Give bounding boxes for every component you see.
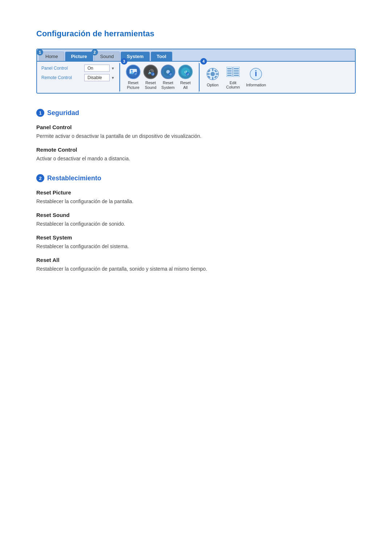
svg-rect-22	[216, 73, 219, 75]
svg-rect-31	[227, 73, 232, 74]
svg-rect-29	[227, 68, 232, 69]
reset-sound-btn[interactable]: 🔊 ↺ ResetSound	[143, 65, 158, 90]
remote-control-subsection: Remote Control Activar o desactivar el m…	[36, 147, 356, 163]
remote-control-desc: Activar o desactivar el mando a distanci…	[36, 155, 356, 163]
reset-sound-icon: 🔊 ↺	[143, 65, 158, 79]
tab-home[interactable]: 1 Home	[39, 52, 64, 61]
remote-control-arrow: ▼	[111, 76, 115, 80]
reset-system-btn[interactable]: ↺ ResetSystem	[161, 65, 175, 90]
reset-picture-subtitle: Reset Picture	[36, 189, 356, 196]
panel-control-value: On	[84, 65, 110, 72]
svg-text:i: i	[255, 69, 257, 78]
information-btn[interactable]: i Information	[246, 67, 266, 87]
reset-all-icon: ↺ ↺	[178, 65, 193, 79]
svg-rect-19	[212, 68, 213, 71]
reset-system-label: ResetSystem	[162, 81, 175, 90]
reset-sound-desc: Restablecer la configuración de sonido.	[36, 220, 356, 228]
section-restablecimiento-title: 2 Restablecimiento	[36, 174, 356, 182]
svg-rect-30	[227, 70, 232, 71]
svg-rect-20	[212, 77, 213, 80]
toolbar-resets-wrapper: 3 ↺ ResetPicture	[120, 62, 199, 93]
information-icon: i	[249, 67, 263, 81]
reset-picture-subsection: Reset Picture Restablecer la configuraci…	[36, 189, 356, 205]
reset-system-subsection: Reset System Restablecer la configuració…	[36, 234, 356, 250]
tab-sound[interactable]: 2 Sound	[94, 52, 120, 61]
reset-all-subsection: Reset All Restablecer la configuración d…	[36, 257, 356, 273]
badge-seguridad: 1	[36, 109, 44, 117]
remote-control-label: Remote Control	[41, 75, 81, 80]
reset-picture-label: ResetPicture	[127, 81, 139, 90]
toolbar-options: Option	[200, 62, 272, 92]
svg-rect-35	[234, 73, 239, 74]
edit-column-label: EditColumn	[226, 81, 240, 89]
svg-rect-33	[234, 68, 239, 69]
system-svg: ↺	[163, 67, 173, 77]
edit-column-btn[interactable]: EditColumn	[226, 65, 240, 89]
svg-text:↺: ↺	[186, 73, 189, 76]
sound-svg: 🔊 ↺	[146, 67, 155, 77]
svg-rect-36	[234, 75, 239, 76]
reset-sound-subtitle: Reset Sound	[36, 212, 356, 218]
information-label: Information	[246, 83, 266, 87]
badge-1: 1	[37, 49, 43, 56]
tab-tool[interactable]: Tool	[151, 52, 172, 61]
reset-sound-subsection: Reset Sound Restablecer la configuración…	[36, 212, 356, 228]
reset-system-desc: Restablecer la configuración del sistema…	[36, 243, 356, 250]
svg-point-1	[131, 70, 132, 72]
svg-text:↺: ↺	[134, 73, 136, 76]
toolbar-security-panel: Panel Control On ▼ Remote Control Disabl…	[37, 62, 119, 93]
option-btn[interactable]: Option	[205, 67, 220, 87]
reset-system-subtitle: Reset System	[36, 234, 356, 241]
picture-svg: ↺	[128, 67, 138, 77]
remote-control-subtitle: Remote Control	[36, 147, 356, 153]
page-title: Configuración de herramientas	[36, 29, 356, 38]
all-svg: ↺ ↺	[181, 67, 190, 77]
reset-all-subtitle: Reset All	[36, 257, 356, 263]
svg-text:↺: ↺	[151, 73, 154, 76]
edit-column-icon	[226, 65, 240, 79]
panel-control-desc: Permite activar o desactivar la pantalla…	[36, 132, 356, 140]
badge-2: 2	[91, 49, 98, 56]
reset-picture-desc: Restablecer la configuración de la panta…	[36, 198, 356, 205]
svg-rect-21	[207, 73, 210, 75]
toolbar-body: Panel Control On ▼ Remote Control Disabl…	[37, 61, 355, 93]
toolbar-mockup: 1 Home Picture 2 Sound System Tool Panel…	[36, 49, 356, 94]
badge-4: 4	[200, 58, 207, 65]
info-svg: i	[249, 67, 262, 81]
option-label: Option	[207, 83, 219, 87]
toolbar-resets: ↺ ResetPicture 🔊 ↺ Res	[120, 62, 199, 93]
section-restablecimiento: 2 Restablecimiento Reset Picture Restabl…	[36, 174, 356, 273]
svg-point-18	[211, 72, 215, 76]
gear-svg	[206, 67, 219, 81]
svg-text:↺: ↺	[169, 73, 171, 76]
reset-all-label: ResetAll	[180, 81, 191, 90]
panel-control-subsection: Panel Control Permite activar o desactiv…	[36, 124, 356, 140]
toolbar-tabs: 1 Home Picture 2 Sound System Tool	[37, 49, 355, 61]
reset-all-btn[interactable]: ↺ ↺ ResetAll	[178, 65, 193, 90]
panel-control-row: Panel Control On ▼	[41, 65, 115, 72]
reset-system-icon: ↺	[161, 65, 175, 79]
toolbar-options-wrapper: 4	[200, 62, 272, 93]
section-seguridad: 1 Seguridad Panel Control Permite activa…	[36, 109, 356, 163]
reset-all-desc: Restablecer la configuración de pantalla…	[36, 265, 356, 273]
reset-picture-btn[interactable]: ↺ ResetPicture	[126, 65, 140, 90]
option-icon	[205, 67, 220, 81]
edit-column-svg	[226, 67, 240, 77]
remote-control-row: Remote Control Disable ▼	[41, 74, 115, 81]
badge-restablecimiento: 2	[36, 174, 44, 182]
svg-rect-34	[234, 70, 239, 71]
reset-sound-label: ResetSound	[145, 81, 156, 90]
panel-control-subtitle: Panel Control	[36, 124, 356, 130]
tab-picture[interactable]: Picture	[65, 52, 93, 61]
panel-control-arrow: ▼	[111, 66, 115, 70]
badge-3: 3	[121, 58, 127, 65]
panel-control-label: Panel Control	[41, 66, 81, 71]
section-seguridad-title: 1 Seguridad	[36, 109, 356, 117]
svg-rect-32	[227, 75, 232, 76]
remote-control-value: Disable	[84, 74, 110, 81]
reset-picture-icon: ↺	[126, 65, 140, 79]
